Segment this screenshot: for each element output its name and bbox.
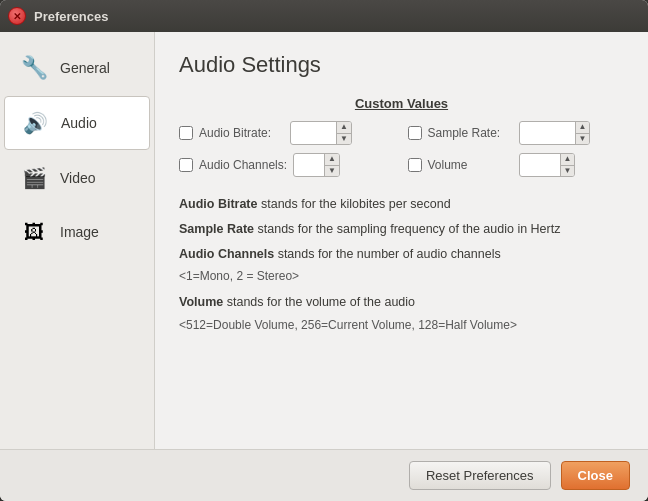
audio-channels-checkbox[interactable] bbox=[179, 158, 193, 172]
sidebar-item-audio[interactable]: Audio bbox=[4, 96, 150, 150]
preferences-window: ✕ Preferences General Audio Video Image bbox=[0, 0, 648, 501]
sample-rate-row: Sample Rate: 44100 ▲ ▼ bbox=[408, 121, 625, 145]
close-button[interactable]: Close bbox=[561, 461, 630, 490]
volume-label: Volume bbox=[428, 158, 513, 172]
sample-rate-spinbox: 44100 ▲ ▼ bbox=[519, 121, 591, 145]
audio-channels-spinbox-buttons: ▲ ▼ bbox=[324, 154, 339, 176]
sidebar-item-image[interactable]: Image bbox=[4, 206, 150, 258]
general-icon bbox=[18, 52, 50, 84]
custom-values-label: Custom Values bbox=[179, 96, 624, 111]
audio-channels-row: Audio Channels: 2 ▲ ▼ bbox=[179, 153, 396, 177]
audio-bitrate-input[interactable]: 198 bbox=[291, 124, 336, 142]
sidebar-item-video[interactable]: Video bbox=[4, 152, 150, 204]
audio-bitrate-description: Audio Bitrate stands for the kilobites p… bbox=[179, 195, 624, 214]
audio-channels-label: Audio Channels: bbox=[199, 158, 287, 172]
sidebar: General Audio Video Image bbox=[0, 32, 155, 449]
volume-spinbox-buttons: ▲ ▼ bbox=[560, 154, 575, 176]
audio-channels-decrement[interactable]: ▼ bbox=[325, 166, 339, 177]
sample-rate-term: Sample Rate bbox=[179, 222, 254, 236]
sample-rate-spinbox-buttons: ▲ ▼ bbox=[575, 122, 590, 144]
window-title: Preferences bbox=[34, 9, 108, 24]
audio-channels-input[interactable]: 2 bbox=[294, 156, 324, 174]
audio-channels-desc-text: stands for the number of audio channels bbox=[274, 247, 501, 261]
sidebar-item-general[interactable]: General bbox=[4, 42, 150, 94]
sample-rate-label: Sample Rate: bbox=[428, 126, 513, 140]
audio-settings-panel: Audio Settings Custom Values Audio Bitra… bbox=[155, 32, 648, 449]
audio-bitrate-row: Audio Bitrate: 198 ▲ ▼ bbox=[179, 121, 396, 145]
sidebar-item-general-label: General bbox=[60, 60, 110, 76]
titlebar-close-button[interactable]: ✕ bbox=[8, 7, 26, 25]
video-icon bbox=[18, 162, 50, 194]
sidebar-item-audio-label: Audio bbox=[61, 115, 97, 131]
sidebar-item-video-label: Video bbox=[60, 170, 96, 186]
audio-form-grid: Audio Bitrate: 198 ▲ ▼ Sample Rate: 4410 bbox=[179, 121, 624, 177]
volume-term: Volume bbox=[179, 295, 223, 309]
audio-bitrate-spinbox-buttons: ▲ ▼ bbox=[336, 122, 351, 144]
volume-desc-text: stands for the volume of the audio bbox=[223, 295, 415, 309]
audio-channels-term: Audio Channels bbox=[179, 247, 274, 261]
titlebar: ✕ Preferences bbox=[0, 0, 648, 32]
audio-channels-note: <1=Mono, 2 = Stereo> bbox=[179, 269, 624, 283]
audio-bitrate-label: Audio Bitrate: bbox=[199, 126, 284, 140]
audio-bitrate-desc-text: stands for the kilobites per second bbox=[257, 197, 450, 211]
audio-bitrate-spinbox: 198 ▲ ▼ bbox=[290, 121, 352, 145]
audio-channels-increment[interactable]: ▲ bbox=[325, 154, 339, 166]
reset-preferences-button[interactable]: Reset Preferences bbox=[409, 461, 551, 490]
audio-icon bbox=[19, 107, 51, 139]
sample-rate-decrement[interactable]: ▼ bbox=[576, 134, 590, 145]
volume-row: Volume 256 ▲ ▼ bbox=[408, 153, 625, 177]
sample-rate-increment[interactable]: ▲ bbox=[576, 122, 590, 134]
page-title: Audio Settings bbox=[179, 52, 624, 78]
close-icon: ✕ bbox=[13, 11, 21, 22]
sample-rate-desc-text: stands for the sampling frequency of the… bbox=[254, 222, 560, 236]
audio-bitrate-checkbox[interactable] bbox=[179, 126, 193, 140]
audio-bitrate-decrement[interactable]: ▼ bbox=[337, 134, 351, 145]
footer: Reset Preferences Close bbox=[0, 449, 648, 501]
audio-bitrate-term: Audio Bitrate bbox=[179, 197, 257, 211]
audio-bitrate-increment[interactable]: ▲ bbox=[337, 122, 351, 134]
sidebar-item-image-label: Image bbox=[60, 224, 99, 240]
audio-channels-description: Audio Channels stands for the number of … bbox=[179, 245, 624, 264]
sample-rate-description: Sample Rate stands for the sampling freq… bbox=[179, 220, 624, 239]
audio-channels-spinbox: 2 ▲ ▼ bbox=[293, 153, 340, 177]
volume-decrement[interactable]: ▼ bbox=[561, 166, 575, 177]
image-icon bbox=[18, 216, 50, 248]
volume-description: Volume stands for the volume of the audi… bbox=[179, 293, 624, 312]
sample-rate-checkbox[interactable] bbox=[408, 126, 422, 140]
sample-rate-input[interactable]: 44100 bbox=[520, 124, 575, 142]
volume-checkbox[interactable] bbox=[408, 158, 422, 172]
volume-note: <512=Double Volume, 256=Current Volume, … bbox=[179, 318, 624, 332]
volume-spinbox: 256 ▲ ▼ bbox=[519, 153, 576, 177]
volume-increment[interactable]: ▲ bbox=[561, 154, 575, 166]
volume-input[interactable]: 256 bbox=[520, 156, 560, 174]
main-layout: General Audio Video Image Audio Settings… bbox=[0, 32, 648, 449]
